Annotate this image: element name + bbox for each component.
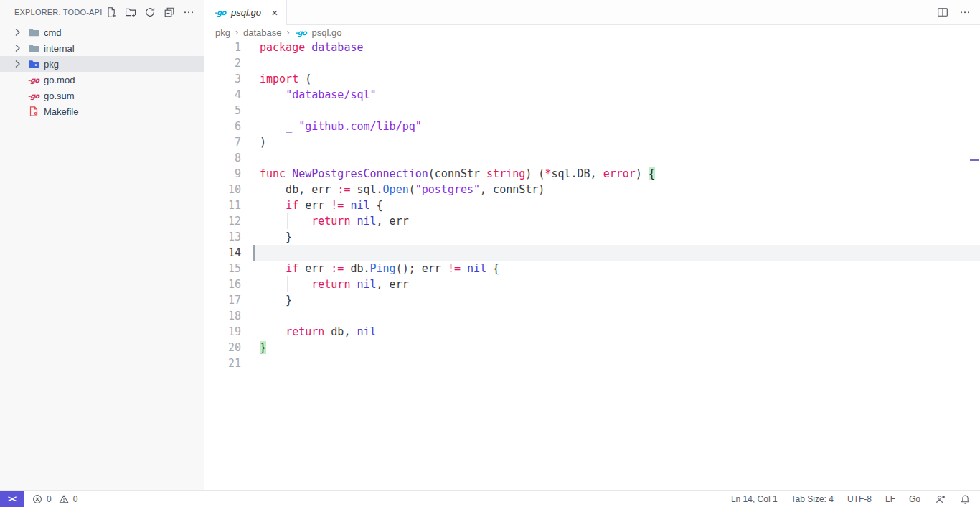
code-text xyxy=(241,55,260,71)
refresh-explorer-icon[interactable] xyxy=(143,6,156,18)
more-actions-icon[interactable] xyxy=(182,6,194,18)
tree-item-go-mod[interactable]: -gogo.mod xyxy=(0,72,204,88)
status-tab-size-4[interactable]: Tab Size: 4 xyxy=(791,494,834,504)
code-text: return nil, err xyxy=(241,213,409,229)
status-go[interactable]: Go xyxy=(909,494,920,504)
code-text xyxy=(241,308,260,324)
code-line-19[interactable]: 19 return db, nil xyxy=(205,324,980,340)
code-editor[interactable]: 1package database23import (4 "database/s… xyxy=(205,39,980,490)
line-number: 19 xyxy=(205,324,241,340)
remote-indicator[interactable]: >< xyxy=(0,491,24,507)
code-line-2[interactable]: 2 xyxy=(205,55,980,71)
line-number: 9 xyxy=(205,166,241,182)
breadcrumb-item-pkg[interactable]: pkg xyxy=(215,27,230,38)
tree-item-internal[interactable]: internal xyxy=(0,40,204,56)
code-line-7[interactable]: 7) xyxy=(205,134,980,150)
code-line-8[interactable]: 8 xyxy=(205,150,980,166)
breadcrumb-item-psql-go[interactable]: psql.go xyxy=(311,27,341,38)
code-line-12[interactable]: 12 return nil, err xyxy=(205,213,980,229)
code-text xyxy=(241,355,260,371)
code-line-5[interactable]: 5 xyxy=(205,103,980,118)
line-number: 1 xyxy=(205,39,241,55)
error-count: 0 xyxy=(47,494,52,504)
go-file-icon: -go xyxy=(27,74,39,86)
chevron-right-icon[interactable] xyxy=(11,42,23,54)
code-line-16[interactable]: 16 return nil, err xyxy=(205,276,980,292)
close-icon[interactable]: × xyxy=(269,7,281,19)
new-file-icon[interactable] xyxy=(105,6,117,18)
status-bar: >< 0 0 Ln 14, Col 1Tab Size: 4UTF-8LFGo xyxy=(0,490,980,507)
line-number: 3 xyxy=(205,71,241,87)
code-text: import ( xyxy=(241,71,311,87)
code-text: ) xyxy=(241,134,266,150)
file-tree: cmdinternalpkg-gogo.mod-gogo.sumMakefile xyxy=(0,24,204,119)
code-line-9[interactable]: 9func NewPostgresConnection(connStr stri… xyxy=(205,166,980,182)
line-number: 17 xyxy=(205,292,241,308)
tree-item-label: go.sum xyxy=(44,90,75,101)
code-text xyxy=(241,103,260,118)
warning-count: 0 xyxy=(73,494,78,504)
go-icon: -go xyxy=(214,6,226,19)
makefile-icon xyxy=(27,106,39,118)
go-file-icon: -go xyxy=(27,90,39,102)
new-folder-icon[interactable] xyxy=(124,6,136,18)
code-text: db, err := sql.Open("postgres", connStr) xyxy=(241,182,545,197)
warning-icon xyxy=(58,493,70,505)
code-line-4[interactable]: 4 "database/sql" xyxy=(205,87,980,103)
tab-psql-go[interactable]: -go psql.go × xyxy=(205,0,287,25)
line-number: 21 xyxy=(205,355,241,371)
code-text: "database/sql" xyxy=(241,87,377,103)
tab-label: psql.go xyxy=(231,7,261,18)
line-number: 14 xyxy=(205,245,241,261)
more-actions-icon[interactable] xyxy=(958,6,971,19)
collapse-folders-icon[interactable] xyxy=(163,6,175,18)
code-text: if err := db.Ping(); err != nil { xyxy=(241,261,499,276)
tree-item-label: internal xyxy=(44,43,75,54)
chevron-right-icon[interactable] xyxy=(11,27,23,38)
code-line-13[interactable]: 13 } xyxy=(205,229,980,245)
breadcrumb: pkg›database›-gopsql.go xyxy=(205,25,980,39)
code-line-15[interactable]: 15 if err := db.Ping(); err != nil { xyxy=(205,261,980,276)
bell-icon[interactable] xyxy=(959,493,971,505)
code-line-21[interactable]: 21 xyxy=(205,355,980,371)
chevron-right-icon[interactable] xyxy=(11,58,23,70)
code-line-11[interactable]: 11 if err != nil { xyxy=(205,197,980,213)
code-line-17[interactable]: 17 } xyxy=(205,292,980,308)
code-text: _ "github.com/lib/pq" xyxy=(241,118,422,134)
code-text: } xyxy=(241,292,292,308)
breadcrumb-item-database[interactable]: database xyxy=(243,27,282,38)
code-line-3[interactable]: 3import ( xyxy=(205,71,980,87)
line-number: 18 xyxy=(205,308,241,324)
code-text: func NewPostgresConnection(connStr strin… xyxy=(241,166,655,182)
breadcrumb-separator: › xyxy=(235,27,238,37)
feedback-icon[interactable] xyxy=(934,493,946,505)
folder-icon xyxy=(27,27,39,39)
explorer-title: EXPLORER: TODO-API xyxy=(14,8,102,17)
tree-item-label: pkg xyxy=(44,59,59,70)
indent-spacer xyxy=(11,106,23,117)
code-line-10[interactable]: 10 db, err := sql.Open("postgres", connS… xyxy=(205,182,980,197)
tree-item-go-sum[interactable]: -gogo.sum xyxy=(0,88,204,103)
status-utf-8[interactable]: UTF-8 xyxy=(847,494,872,504)
line-number: 13 xyxy=(205,229,241,245)
code-line-14[interactable]: 14 xyxy=(205,245,980,261)
folder-icon xyxy=(27,42,39,55)
code-line-1[interactable]: 1package database xyxy=(205,39,980,55)
code-line-20[interactable]: 20} xyxy=(205,340,980,355)
tree-item-cmd[interactable]: cmd xyxy=(0,24,204,40)
status-ln-14-col-1[interactable]: Ln 14, Col 1 xyxy=(731,494,778,504)
problems-status[interactable]: 0 0 xyxy=(32,493,80,505)
split-editor-icon[interactable] xyxy=(936,6,948,19)
code-text: return nil, err xyxy=(241,276,409,292)
tree-item-label: cmd xyxy=(44,27,62,38)
tab-bar: -go psql.go × xyxy=(205,0,980,25)
line-number: 4 xyxy=(205,87,241,103)
package-folder-icon xyxy=(27,58,39,70)
code-line-18[interactable]: 18 xyxy=(205,308,980,324)
line-number: 12 xyxy=(205,213,241,229)
tree-item-pkg[interactable]: pkg xyxy=(0,56,204,72)
tree-item-makefile[interactable]: Makefile xyxy=(0,103,204,119)
code-line-6[interactable]: 6 _ "github.com/lib/pq" xyxy=(205,118,980,134)
code-text: if err != nil { xyxy=(241,197,383,213)
status-lf[interactable]: LF xyxy=(885,494,895,504)
